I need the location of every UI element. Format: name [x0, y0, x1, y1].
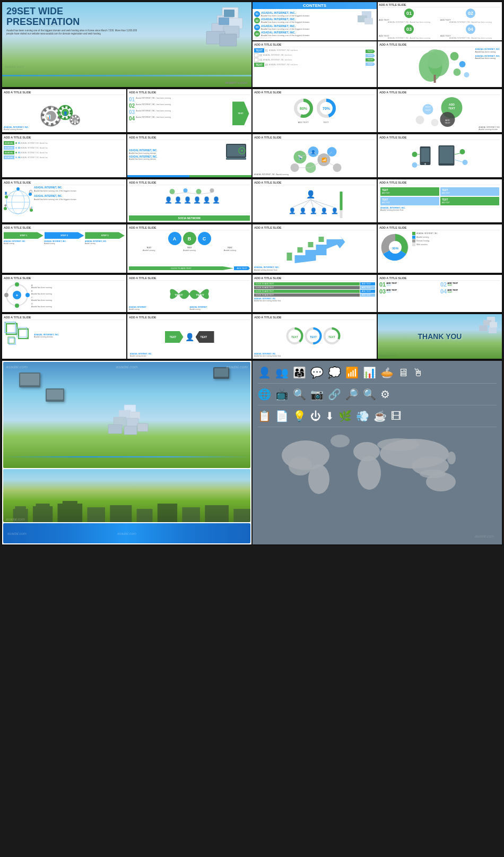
magnify-icon: 🔍: [293, 388, 306, 401]
svg-text:👤: 👤: [289, 207, 296, 214]
svg-text:TEXT: TEXT: [175, 293, 183, 297]
thank-you-text: THANK YOU: [418, 332, 462, 341]
svg-point-195: [331, 435, 350, 447]
arrow-list-slide: ADD A TITLE SLIDE TEXT 01 ASADAL INTERNE…: [253, 41, 377, 87]
bubble-slide: ADD A TITLE SLIDE ADD TEXT ADD TEXT TEXT: [378, 89, 502, 132]
boxes3d-slide: ADD A TITLE SLIDE: [2, 314, 126, 359]
svg-point-130: [25, 293, 30, 297]
svg-text:TEXT: TEXT: [291, 335, 298, 339]
svg-rect-71: [421, 148, 430, 162]
svg-text:👤: 👤: [212, 196, 220, 204]
hierarchy-slide: ADD A TITLE SLIDE 👤 👤 👤 👤 👤 👤: [253, 179, 377, 222]
svg-point-193: [447, 452, 456, 464]
svg-point-19: [464, 72, 470, 77]
globe-slide: ADD A TITLE SLIDE 👤: [2, 179, 126, 222]
donut-slide: ADD A TITLE SLIDE 80% ADD TEXT: [253, 89, 377, 132]
world-map: asadal.com: [258, 431, 497, 539]
svg-point-88: [5, 195, 8, 198]
tree-slide: ADD A TITLE SLIDE ASADAL INTERNET,: [378, 41, 502, 87]
svg-rect-160: [490, 322, 497, 327]
contents-slide: CONTENTS 01 ASADAL INTERNET, INC.Asadal …: [253, 2, 377, 40]
icons-row-2: 🌐 📺 🔍 📷 🔗 🔎 🔍 ⚙: [258, 388, 497, 401]
leaf-icon: 🌿: [338, 410, 352, 422]
svg-point-16: [450, 52, 459, 60]
social-network-label: SOCIA NETWORK: [129, 215, 250, 221]
svg-point-90: [4, 207, 7, 210]
bulb-icon: 💡: [293, 410, 306, 422]
svg-point-76: [412, 162, 418, 168]
watermark-thankyou: asadal.com: [379, 354, 396, 357]
svg-rect-182: [205, 505, 229, 522]
bubble-icon: 💭: [328, 366, 341, 379]
svg-text:TEXT: TEXT: [328, 335, 335, 339]
gears-slide: ADD A TITLE SLIDE: [2, 89, 126, 132]
click-add-slide: ADD A TITLE SLIDE CLICK TO ADD TEXT ADD …: [253, 275, 377, 312]
svg-rect-175: [58, 504, 83, 522]
network-nodes-slide: ADD A TITLE SLIDE: [253, 134, 377, 177]
svg-point-188: [358, 456, 381, 490]
svg-text:👤: 👤: [174, 196, 182, 204]
svg-point-17: [459, 61, 466, 67]
laptop-slide: ADD A TITLE SLIDE ASADAL INTERNET, INC. …: [127, 134, 251, 177]
mouse-icon: 🖱: [413, 367, 423, 379]
svg-text:TEXT: TEXT: [310, 335, 317, 339]
svg-point-53: [241, 150, 243, 152]
pie-chart-slide: ADD A TITLE SLIDE 30% ASADAL INTERNET, I…: [378, 224, 502, 273]
download-icon: ⬇: [325, 410, 334, 422]
svg-line-82: [455, 160, 464, 162]
svg-text:✦: ✦: [15, 293, 19, 297]
search3-icon: 🔍: [363, 388, 376, 401]
icons-assets-panel: 👤 👥 👨‍👩‍👧 💬 💭 📶 📊 🥧 🖥 🖱 🌐 📺 🔍 📷 🔗 🔎: [253, 361, 502, 544]
svg-text:💬: 💬: [29, 190, 33, 194]
svg-rect-161: [479, 325, 488, 331]
svg-text:TEXT: TEXT: [196, 293, 204, 297]
watermark-contents: asadal.com: [255, 36, 272, 39]
svg-text:📊: 📊: [29, 206, 33, 210]
svg-text:TEXT: TEXT: [448, 107, 455, 110]
svg-text:👤: 👤: [4, 192, 8, 195]
svg-rect-74: [440, 146, 454, 163]
svg-point-131: [15, 304, 19, 308]
svg-point-192: [377, 438, 420, 451]
text-arrows-slide: ADD A TITLE SLIDE TEXT 👤 TEXT ASADAL INT…: [127, 314, 251, 359]
slide-label-1: ADD A TITLE SLIDE: [379, 3, 501, 7]
svg-point-45: [416, 116, 424, 124]
family-icon: 👨‍👩‍👧: [293, 366, 306, 379]
svg-rect-174: [36, 504, 50, 506]
svg-rect-162: [489, 327, 497, 333]
thank-you-slide: THANK YOU asadal.com: [378, 314, 502, 359]
svg-point-72: [424, 163, 426, 165]
svg-text:30%: 30%: [392, 247, 399, 250]
browser-icon: 🌐: [258, 388, 271, 401]
hero-slide: 29SET WIDE PRESENTATION Asadal has been …: [2, 2, 251, 87]
svg-point-105: [196, 189, 202, 194]
svg-point-194: [420, 470, 446, 478]
social-people-slide: ADD A TITLE SLIDE 👤 👤 👤 👤 👤 👤: [127, 179, 251, 222]
svg-line-116: [292, 200, 311, 207]
svg-rect-169: [124, 426, 137, 435]
svg-text:👤: 👤: [331, 207, 338, 214]
svg-point-132: [4, 293, 8, 297]
svg-point-129: [15, 282, 19, 287]
text-boxes-slide: ADD A TITLE SLIDE TEXTADD TEXT TEXTADD T…: [378, 179, 502, 222]
svg-text:📶: 📶: [321, 157, 327, 162]
svg-rect-15: [434, 75, 436, 83]
camera-icon: 📷: [310, 388, 324, 401]
svg-rect-170: [137, 423, 148, 431]
svg-point-92: [16, 187, 20, 191]
svg-rect-172: [15, 506, 26, 509]
svg-point-104: [184, 188, 188, 193]
coffee-icon: ☕: [373, 410, 387, 422]
svg-text:⚙: ⚙: [74, 119, 76, 123]
svg-rect-183: [233, 509, 250, 522]
svg-point-46: [431, 119, 439, 126]
insert-logo-label: INSERT LOGO: [225, 81, 247, 84]
steps-slide: ADD A TITLE SLIDE STEP 1 STEP 2 STEP 3 A…: [2, 224, 126, 273]
svg-line-117: [303, 200, 311, 207]
svg-text:TEXT: TEXT: [445, 122, 450, 124]
svg-text:👤: 👤: [299, 207, 307, 214]
svg-point-75: [412, 152, 418, 157]
display-icon: 📺: [275, 388, 289, 401]
power-icon: ⏻: [310, 410, 321, 422]
device-slide: ADD A TITLE SLIDE: [378, 134, 502, 177]
